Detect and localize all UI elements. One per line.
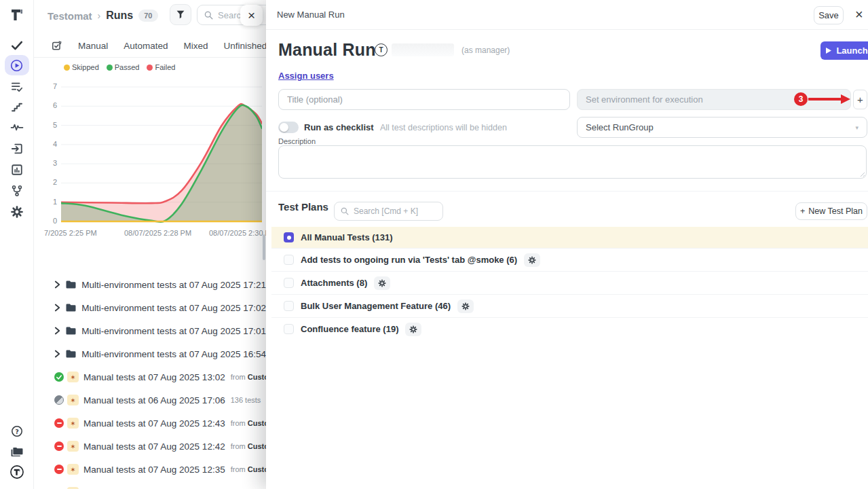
pulse-icon[interactable] (10, 122, 23, 132)
run-as-checklist-toggle[interactable] (278, 122, 299, 133)
plus-icon: + (800, 206, 805, 216)
test-plan-label[interactable]: Bulk User Management Feature (46) (301, 301, 451, 311)
test-plan-label[interactable]: Add tests to ongoing run via 'Tests' tab… (301, 255, 517, 265)
legend-label: Passed (115, 63, 140, 71)
run-folder-row[interactable]: Multi-environment tests at 07 Aug 2025 1… (34, 273, 266, 296)
run-row[interactable]: ✶Manual tests at 07 Aug 2025 12:42from C… (34, 435, 266, 458)
checkbox-unchecked[interactable] (284, 324, 294, 334)
run-status-stopped-icon (54, 418, 64, 428)
checkbox-checked[interactable] (284, 232, 294, 242)
tab-mixed[interactable]: Mixed (184, 41, 208, 51)
run-folder-row[interactable]: Multi-environment tests at 07 Aug 2025 1… (34, 296, 266, 319)
run-status-stopped-icon (54, 441, 64, 451)
breadcrumb-section[interactable]: Runs (106, 10, 133, 22)
tab-unfinished[interactable]: Unfinished (224, 41, 266, 51)
test-plan-row[interactable]: Add tests to ongoing run via 'Tests' tab… (271, 248, 868, 271)
plan-settings-gear-icon[interactable] (457, 300, 474, 313)
run-emoji-badge: ✶ (67, 395, 79, 405)
run-row[interactable]: ✶Manual tests at 07 Aug 2025 12:43from C… (34, 412, 266, 435)
test-plan-row[interactable]: Attachments (8) (271, 271, 868, 294)
chevron-right-icon[interactable] (54, 350, 60, 358)
plan-settings-gear-icon[interactable] (405, 323, 421, 336)
plan-settings-gear-icon[interactable] (374, 276, 390, 290)
runs-play-circle-icon[interactable] (5, 55, 29, 75)
new-test-plan-button[interactable]: + New Test Plan (795, 202, 867, 220)
testomat-circle-icon[interactable] (10, 465, 24, 479)
add-environment-button[interactable]: + (853, 90, 867, 109)
filter-button[interactable] (170, 4, 191, 25)
select-all-icon[interactable] (52, 40, 62, 51)
run-row[interactable]: ✶Manual tests at 06 Aug 2025 17:06136 te… (34, 388, 266, 412)
tests-check-icon[interactable] (11, 41, 22, 50)
run-folder-label[interactable]: Multi-environment tests at 07 Aug 2025 1… (81, 303, 266, 313)
test-plans-list-icon[interactable] (11, 82, 23, 92)
checklist-note: All test descriptions will be hidden (380, 123, 507, 132)
test-plan-row-selected[interactable]: All Manual Tests (131) (271, 227, 868, 248)
steps-icon[interactable] (11, 103, 23, 112)
close-icon[interactable]: × (855, 7, 863, 22)
folders-icon[interactable] (10, 446, 23, 457)
launch-button[interactable]: Launch (820, 41, 868, 60)
test-plan-row[interactable]: Bulk User Management Feature (46) (271, 294, 868, 317)
run-row[interactable]: ✶ (34, 481, 266, 489)
rungroup-select[interactable]: Select RunGroup ▾ (577, 117, 867, 138)
run-label[interactable]: Manual tests at 07 Aug 2025 12:42 (83, 441, 225, 452)
search-clear-button[interactable]: × (240, 5, 263, 26)
chevron-right-icon[interactable] (54, 304, 60, 312)
assign-users-link[interactable]: Assign users (278, 71, 334, 81)
chevron-right-icon[interactable] (54, 327, 60, 335)
run-label[interactable]: Manual tests at 07 Aug 2025 13:02 (83, 372, 225, 382)
description-textarea[interactable] (278, 145, 867, 179)
chevron-right-icon[interactable] (54, 280, 60, 289)
runs-tabs: Manual Automated Mixed Unfinished (52, 37, 266, 54)
run-label[interactable]: Manual tests at 07 Aug 2025 12:35 (83, 465, 225, 475)
run-label[interactable]: Manual tests at 06 Aug 2025 17:06 (83, 395, 225, 405)
checkbox-unchecked[interactable] (284, 301, 294, 311)
run-row[interactable]: ✶Manual tests at 07 Aug 2025 12:35from C… (34, 458, 266, 481)
left-icon-rail: ? (0, 0, 34, 489)
test-plan-row[interactable]: Confluence feature (19) (271, 317, 868, 340)
test-plan-label[interactable]: Confluence feature (19) (301, 324, 398, 334)
report-chart-icon[interactable] (11, 164, 23, 176)
run-status-progress-icon (54, 395, 64, 405)
save-button[interactable]: Save (814, 6, 844, 24)
run-title-input[interactable] (278, 89, 570, 110)
legend-item: Passed (107, 63, 140, 71)
test-plan-label[interactable]: Attachments (8) (301, 278, 367, 288)
run-folder-label[interactable]: Multi-environment tests at 07 Aug 2025 1… (81, 280, 266, 290)
annotation-arrow (808, 94, 850, 104)
run-folder-label[interactable]: Multi-environment tests at 07 Aug 2025 1… (81, 349, 266, 359)
run-row[interactable]: ✶Manual tests at 07 Aug 2025 13:02from C… (34, 365, 266, 388)
testomat-logo-icon[interactable] (10, 7, 24, 22)
plan-settings-gear-icon[interactable] (524, 253, 540, 267)
help-icon[interactable]: ? (11, 425, 23, 437)
checkbox-unchecked[interactable] (284, 255, 294, 265)
panel-scrollbar-thumb[interactable] (263, 234, 265, 260)
test-plans-list: All Manual Tests (131)Add tests to ongoi… (271, 227, 868, 340)
import-box-icon[interactable] (11, 143, 23, 155)
test-plans-search-input[interactable] (354, 206, 428, 216)
folder-icon (65, 326, 77, 336)
run-folder-row[interactable]: Multi-environment tests at 07 Aug 2025 1… (34, 342, 266, 365)
run-status-stopped-icon (54, 465, 64, 474)
breadcrumb-app[interactable]: Testomat (48, 10, 92, 22)
manager-avatar: T (375, 43, 388, 56)
modal-title: New Manual Run (277, 10, 345, 20)
run-label[interactable]: Manual tests at 07 Aug 2025 12:43 (83, 418, 225, 429)
checkbox-unchecked[interactable] (284, 278, 294, 288)
tab-automated[interactable]: Automated (124, 41, 168, 51)
legend-label: Failed (155, 63, 175, 71)
settings-gear-icon[interactable] (10, 206, 23, 219)
run-folder-label[interactable]: Multi-environment tests at 07 Aug 2025 1… (81, 326, 266, 336)
branch-icon[interactable] (12, 185, 22, 197)
launch-label: Launch (836, 46, 867, 56)
run-folder-row[interactable]: Multi-environment tests at 07 Aug 2025 1… (34, 319, 266, 342)
annotation-badge-3: 3 (794, 92, 808, 106)
chart-y-axis: 01234567 (42, 80, 58, 228)
tab-manual[interactable]: Manual (78, 41, 108, 51)
test-plan-label[interactable]: All Manual Tests (131) (301, 232, 393, 242)
test-plans-search-box[interactable] (334, 202, 443, 221)
breadcrumb: Testomat › Runs 70 (48, 7, 158, 24)
test-plans-heading: Test Plans (278, 201, 328, 213)
runs-page-panel: Testomat › Runs 70 × Manual Automated Mi… (34, 0, 266, 489)
